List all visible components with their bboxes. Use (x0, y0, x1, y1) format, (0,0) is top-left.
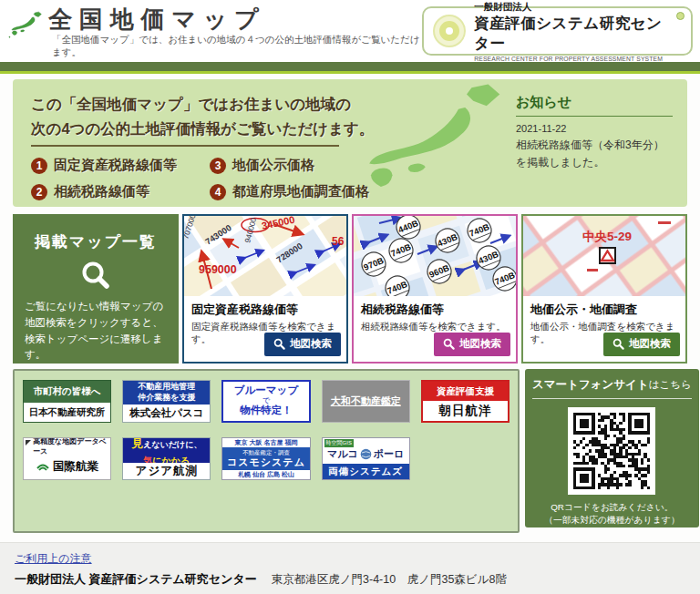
banner-asia-air-survey[interactable]: 見えないだけに、 気にかかる アジア航測 (122, 437, 211, 480)
qr-code-svg (573, 413, 650, 489)
list-item-fixed-asset: 1 固定資産税路線価等 (31, 157, 210, 174)
page-title: 全国地価マップ (48, 6, 422, 33)
inheritance-map-thumbnail: 440B 740B 430B 740B 970B 430B 960B 740B … (354, 216, 516, 296)
banner-asahi-koyo[interactable]: 資産評価支援 朝日航洋 (421, 380, 510, 423)
banner-company-name: 大和不動産鑑定 (331, 394, 401, 408)
banner-nihon-fudosan[interactable]: 市町村の皆様へ 日本不動産研究所 (23, 380, 111, 423)
map-list-title: 掲載マップ一覧 (13, 231, 179, 252)
news-divider (516, 116, 673, 117)
site-footer: ご利用上の注意 一般財団法人 資産評価システム研究センター東京都港区虎ノ門3-4… (0, 542, 700, 594)
banner-company-name: 朝日航洋 (423, 401, 508, 421)
banner-top-text: 仲介業務を支援 (138, 393, 195, 404)
list-item-inheritance: 2 相続税路線価等 (31, 183, 210, 200)
site-header: 全国地価マップ 「全国地価マップ」では、お住まいの地域の４つの公的土地評価情報が… (0, 0, 700, 62)
lower-section: 市町村の皆様へ 日本不動産研究所 不動産用地管理 仲介業務を支援 株式会社パスコ… (13, 369, 687, 533)
banner-company-name: 国際航業 (53, 459, 98, 475)
banner-line: ブルーマップ (223, 384, 308, 396)
banner-top-text: 不動産用地管理 (138, 382, 195, 393)
card-title: 相続税路線価等 (361, 302, 509, 318)
card-description: 相続税路線価等を検索できます。 (361, 321, 509, 333)
flag-triangle-icon (26, 440, 31, 446)
globe-icon (360, 448, 372, 460)
banner-cosmo-system[interactable]: 東京 大阪 名古屋 福岡 不動産鑑定・調査 コスモシステム 札幌 仙台 広島 松… (221, 437, 310, 480)
intro-line-2: 次の4つの公的土地評価情報がご覧いただけます。 (31, 119, 374, 139)
valuation-type-list: 1 固定資産税路線価等 3 地価公示価格 2 相続税路線価等 4 都道府県地価調… (31, 157, 374, 200)
banner-line: で (223, 396, 308, 405)
button-label: 地図検索 (629, 337, 671, 351)
map-list-panel: 掲載マップ一覧 ご覧になりたい情報マップの地図検索をクリックすると、検索トップペ… (13, 214, 179, 364)
magnifier-icon (612, 338, 624, 350)
japan-map-logo-icon (7, 10, 45, 40)
news-date: 2021-11-22 (516, 123, 673, 134)
banner-kokusai-kogyo[interactable]: 高精度な地図データベース 国際航業 (23, 437, 111, 480)
header-divider-bar (0, 62, 700, 74)
map-card-land-price: 中央5-29 地価公示・地価調査 地価公示・地価調査を検索できます。 地図検索 (521, 214, 687, 364)
org-emblem-icon (433, 15, 466, 47)
partner-banner-box: 市町村の皆様へ 日本不動産研究所 不動産用地管理 仲介業務を支援 株式会社パスコ… (13, 369, 520, 533)
banner-line: 物件特定！ (223, 405, 308, 416)
list-item-label: 固定資産税路線価等 (54, 157, 177, 174)
qr-note-line-2: （一部未対応の機種があります） (532, 515, 692, 527)
org-name: 資産評価システム研究センター (474, 14, 676, 54)
banner-city-list: 札幌 仙台 広島 松山 (222, 470, 309, 479)
banner-tag: 時空間GIS (324, 439, 354, 447)
footer-address-line: 一般財団法人 資産評価システム研究センター東京都港区虎ノ門3-4-10 虎ノ門3… (15, 571, 685, 588)
list-item-koji-price: 3 地価公示価格 (210, 157, 374, 174)
banner-product-name: マルコ (327, 447, 358, 461)
map-card-fixed-asset: 345000 959000 728000 743000 707000 94000… (182, 214, 348, 364)
map-search-button-inheritance[interactable]: 地図検索 (434, 333, 510, 356)
kokusai-swirl-logo-icon (36, 461, 50, 472)
org-name-en: RESEARCH CENTER FOR PROPERTY ASSESSMENT … (474, 56, 676, 62)
intro-banner: この「全国地価マップ」ではお住まいの地域の 次の4つの公的土地評価情報がご覧いた… (13, 79, 687, 207)
site-subtitle: 「全国地価マップ」では、お住まいの地域の４つの公的土地評価情報がご覧いただけます… (52, 34, 422, 59)
number-badge: 2 (31, 184, 47, 200)
org-logo-box[interactable]: 一般財団法人 資産評価システム研究センター RESEARCH CENTER FO… (422, 6, 693, 56)
site-brand[interactable]: 全国地価マップ 「全国地価マップ」では、お住まいの地域の４つの公的土地評価情報が… (7, 3, 422, 60)
list-item-prefectural-survey: 4 都道府県地価調査価格 (210, 183, 374, 200)
site-point-label: 中央5-29 (582, 230, 632, 243)
banner-product-name: ポーロ (374, 447, 405, 461)
number-badge: 1 (31, 158, 47, 174)
button-label: 地図検索 (459, 337, 501, 351)
footer-org-name: 一般財団法人 資産評価システム研究センター (15, 572, 257, 586)
banner-company-name: コスモシステム (227, 456, 305, 468)
list-item-label: 地価公示価格 (232, 157, 314, 174)
qr-note-line-1: QRコードをお読みください。 (532, 502, 692, 514)
banner-blue-map[interactable]: ブルーマップ で 物件特定！ (221, 380, 310, 423)
banner-daiwa-kantei[interactable]: 大和不動産鑑定 (322, 380, 410, 423)
list-item-label: 相続税路線価等 (54, 183, 149, 200)
org-corner-dot-icon (676, 12, 685, 20)
banner-line: えないだけに、 (143, 440, 201, 449)
banner-pasco[interactable]: 不動産用地管理 仲介業務を支援 株式会社パスコ (122, 380, 211, 423)
site-point-marker (600, 248, 615, 263)
smartphone-site-box: スマートフォンサイトはこちら QRコードをお読みください。 （一部未対応の機種が… (525, 369, 699, 527)
magnifier-icon (273, 338, 285, 350)
button-label: 地図検索 (290, 337, 332, 351)
map-search-button-land-price[interactable]: 地図検索 (603, 333, 680, 356)
org-type: 一般財団法人 (474, 1, 676, 14)
banner-top-text: 資産評価支援 (423, 382, 508, 401)
map-card-inheritance: 440B 740B 430B 740B 970B 430B 960B 740B … (352, 214, 518, 364)
news-title: お知らせ (516, 94, 673, 111)
smartphone-title-strong: スマートフォンサイト (532, 378, 649, 391)
map-search-button-fixed-asset[interactable]: 地図検索 (264, 333, 341, 356)
card-title: 固定資産税路線価等 (191, 302, 339, 318)
qr-code (568, 407, 655, 495)
number-badge: 3 (210, 158, 226, 174)
magnifier-icon (443, 338, 455, 350)
banner-city-list: 東京 大阪 名古屋 福岡 (222, 438, 309, 447)
banner-company-name: 株式会社パスコ (123, 405, 210, 422)
banner-line: 不動産鑑定・調査 (242, 449, 290, 456)
map-list-description: ご覧になりたい情報マップの地図検索をクリックすると、検索トップページに遷移します… (25, 299, 167, 364)
road-price-label: 56 (332, 235, 345, 248)
footer-address: 東京都港区虎ノ門3-4-10 虎ノ門35森ビル8階 (272, 573, 507, 586)
number-badge: 4 (210, 184, 226, 200)
road-price-label: 959000 (199, 263, 237, 276)
usage-notice-link[interactable]: ご利用上の注意 (15, 552, 92, 565)
land-price-map-thumbnail: 中央5-29 (523, 216, 685, 296)
banner-marco-polo-ryobi[interactable]: 時空間GIS マルコ ポーロ 両備システムズ (322, 437, 410, 480)
banner-company-name: 両備システムズ (323, 464, 409, 479)
smartphone-site-title: スマートフォンサイトはこちら (532, 377, 692, 399)
news-box: お知らせ 2021-11-22 相続税路線価等（令和3年分）を掲載しました。 (516, 94, 673, 170)
banner-company-name: アジア航測 (123, 463, 210, 479)
